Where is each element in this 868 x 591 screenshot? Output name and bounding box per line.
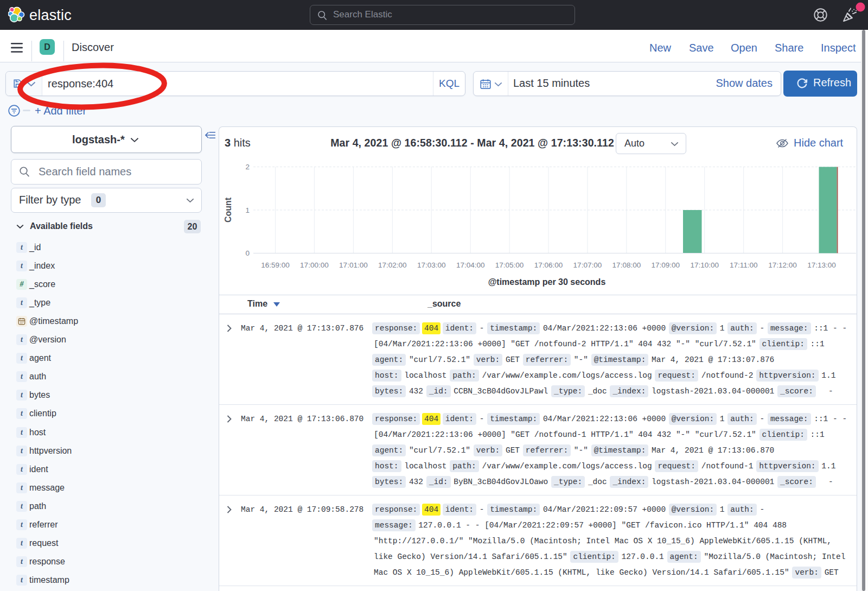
svg-text:17:04:00: 17:04:00 <box>456 261 485 269</box>
svg-text:17:10:00: 17:10:00 <box>690 261 719 269</box>
svg-text:17:08:00: 17:08:00 <box>612 261 641 269</box>
svg-text:2: 2 <box>245 163 250 171</box>
svg-text:Count: Count <box>224 197 233 223</box>
svg-text:@timestamp per 30 seconds: @timestamp per 30 seconds <box>488 277 606 287</box>
svg-text:17:00:00: 17:00:00 <box>300 261 329 269</box>
svg-text:16:59:00: 16:59:00 <box>261 261 290 269</box>
svg-text:1: 1 <box>245 206 250 214</box>
svg-text:17:12:00: 17:12:00 <box>768 261 797 269</box>
svg-text:17:01:00: 17:01:00 <box>339 261 368 269</box>
svg-text:17:02:00: 17:02:00 <box>378 261 407 269</box>
svg-text:17:03:00: 17:03:00 <box>417 261 446 269</box>
svg-text:17:11:00: 17:11:00 <box>730 261 758 269</box>
svg-text:17:09:00: 17:09:00 <box>652 261 680 269</box>
svg-text:17:06:00: 17:06:00 <box>534 261 563 269</box>
svg-text:17:13:00: 17:13:00 <box>807 261 836 269</box>
svg-text:17:07:00: 17:07:00 <box>573 261 602 269</box>
svg-text:17:05:00: 17:05:00 <box>495 261 524 269</box>
svg-text:0: 0 <box>245 249 250 257</box>
